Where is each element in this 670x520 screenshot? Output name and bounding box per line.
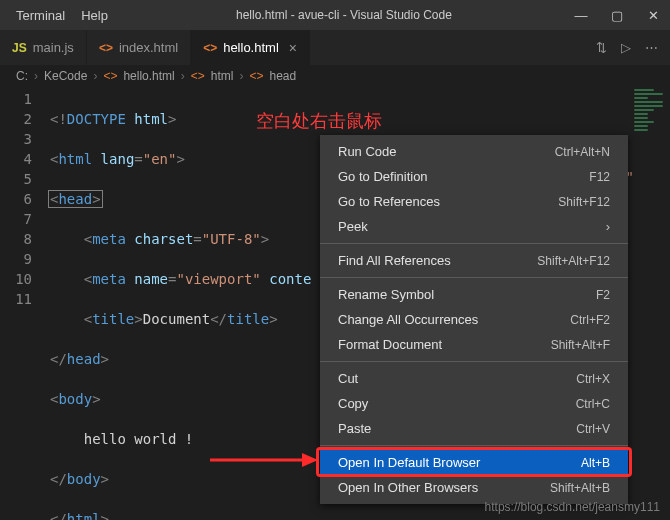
menu-item-shortcut: Ctrl+V <box>576 422 610 436</box>
menu-item-label: Format Document <box>338 337 442 352</box>
close-icon[interactable]: ✕ <box>644 8 662 23</box>
context-menu-item[interactable]: Rename SymbolF2 <box>320 282 628 307</box>
html-file-icon: <> <box>99 41 113 55</box>
breadcrumb-segment[interactable]: head <box>269 69 296 83</box>
menu-item-shortcut: Shift+F12 <box>558 195 610 209</box>
menu-item-shortcut: Shift+Alt+F <box>551 338 610 352</box>
context-menu-item[interactable]: Go to ReferencesShift+F12 <box>320 189 628 214</box>
menu-item-shortcut: F12 <box>589 170 610 184</box>
line-numbers: 1234567891011 <box>0 87 50 520</box>
menu-item-label: Cut <box>338 371 358 386</box>
menu-item-label: Run Code <box>338 144 397 159</box>
minimap[interactable] <box>632 87 666 520</box>
context-menu-item[interactable]: CopyCtrl+C <box>320 391 628 416</box>
breadcrumb-segment[interactable]: C: <box>16 69 28 83</box>
context-menu-item[interactable]: Open In Other BrowsersShift+Alt+B <box>320 475 628 500</box>
separator <box>320 243 628 244</box>
close-tab-icon[interactable]: × <box>289 40 297 56</box>
compare-icon[interactable]: ⇅ <box>596 40 607 55</box>
menu-item-label: Rename Symbol <box>338 287 434 302</box>
tab-label: hello.html <box>223 40 279 55</box>
tab-label: main.js <box>33 40 74 55</box>
symbol-icon: <> <box>249 69 263 83</box>
menu-item-label: Change All Occurrences <box>338 312 478 327</box>
window-title: hello.html - avue-cli - Visual Studio Co… <box>116 8 572 22</box>
menu-item-label: Go to References <box>338 194 440 209</box>
chevron-right-icon: › <box>34 69 38 83</box>
chevron-right-icon: › <box>181 69 185 83</box>
tab-label: index.html <box>119 40 178 55</box>
tab-index-html[interactable]: <> index.html <box>87 30 191 65</box>
tab-hello-html[interactable]: <> hello.html × <box>191 30 310 65</box>
chevron-right-icon: › <box>239 69 243 83</box>
menubar: Terminal Help hello.html - avue-cli - Vi… <box>0 0 670 30</box>
context-menu-item[interactable]: Format DocumentShift+Alt+F <box>320 332 628 357</box>
menu-terminal[interactable]: Terminal <box>8 4 73 27</box>
menu-item-label: Paste <box>338 421 371 436</box>
window-controls: — ▢ ✕ <box>572 8 662 23</box>
menu-help[interactable]: Help <box>73 4 116 27</box>
run-icon[interactable]: ▷ <box>621 40 631 55</box>
menu-item-label: Copy <box>338 396 368 411</box>
html-file-icon: <> <box>203 41 217 55</box>
tab-main-js[interactable]: JS main.js <box>0 30 87 65</box>
context-menu-item[interactable]: PasteCtrl+V <box>320 416 628 441</box>
context-menu-item[interactable]: Run CodeCtrl+Alt+N <box>320 139 628 164</box>
context-menu-item[interactable]: Go to DefinitionF12 <box>320 164 628 189</box>
breadcrumb-segment[interactable]: html <box>211 69 234 83</box>
context-menu-item[interactable]: CutCtrl+X <box>320 366 628 391</box>
menu-item-shortcut: Alt+B <box>581 456 610 470</box>
tab-bar: JS main.js <> index.html <> hello.html ×… <box>0 30 670 65</box>
menu-item-shortcut: Ctrl+F2 <box>570 313 610 327</box>
menu-item-shortcut: F2 <box>596 288 610 302</box>
js-file-icon: JS <box>12 41 27 55</box>
menu-item-shortcut: Ctrl+X <box>576 372 610 386</box>
context-menu-item[interactable]: Find All ReferencesShift+Alt+F12 <box>320 248 628 273</box>
watermark: https://blog.csdn.net/jeansmy111 <box>485 500 660 514</box>
minimize-icon[interactable]: — <box>572 8 590 23</box>
separator <box>320 445 628 446</box>
context-menu-item[interactable]: Peek› <box>320 214 628 239</box>
menu-item-shortcut: Ctrl+Alt+N <box>555 145 610 159</box>
menu-item-label: Open In Default Browser <box>338 455 480 470</box>
context-menu-item[interactable]: Open In Default BrowserAlt+B <box>320 450 628 475</box>
menu-item-shortcut: Shift+Alt+B <box>550 481 610 495</box>
tab-actions: ⇅ ▷ ⋯ <box>584 30 670 65</box>
breadcrumb-segment[interactable]: KeCode <box>44 69 87 83</box>
menu-item-shortcut: Ctrl+C <box>576 397 610 411</box>
menu-item-label: Find All References <box>338 253 451 268</box>
separator <box>320 277 628 278</box>
menu-item-shortcut: Shift+Alt+F12 <box>537 254 610 268</box>
chevron-right-icon: › <box>606 219 610 234</box>
context-menu-item[interactable]: Change All OccurrencesCtrl+F2 <box>320 307 628 332</box>
separator <box>320 361 628 362</box>
menu-item-label: Go to Definition <box>338 169 428 184</box>
html-file-icon: <> <box>103 69 117 83</box>
menu-item-label: Peek <box>338 219 368 234</box>
breadcrumb-segment[interactable]: hello.html <box>123 69 174 83</box>
symbol-icon: <> <box>191 69 205 83</box>
context-menu: Run CodeCtrl+Alt+NGo to DefinitionF12Go … <box>320 135 628 504</box>
code-content[interactable]: <!DOCTYPE html> <html lang="en"> <head> … <box>50 87 311 520</box>
breadcrumb[interactable]: C: › KeCode › <> hello.html › <> html › … <box>0 65 670 87</box>
maximize-icon[interactable]: ▢ <box>608 8 626 23</box>
chevron-right-icon: › <box>93 69 97 83</box>
more-icon[interactable]: ⋯ <box>645 40 658 55</box>
menu-item-label: Open In Other Browsers <box>338 480 478 495</box>
